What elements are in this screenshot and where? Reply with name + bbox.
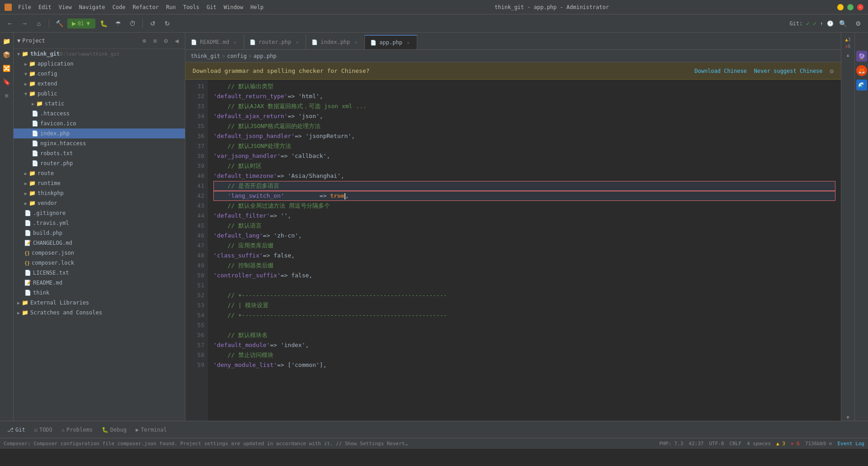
scroll-up-icon[interactable]: ▲: [845, 52, 850, 58]
structure-icon[interactable]: ≡: [2, 90, 12, 100]
tree-item-thinkphp[interactable]: ▶📁thinkphp: [14, 188, 185, 198]
errors-count[interactable]: ✕ 6: [791, 441, 800, 447]
code-line[interactable]: // 应用类库后缀: [213, 241, 835, 251]
code-line[interactable]: [213, 320, 835, 330]
tree-item-route[interactable]: ▶📁route: [14, 168, 185, 178]
tree-item-build-php[interactable]: 📄build.php: [14, 228, 185, 238]
settings-button[interactable]: ⚙: [852, 17, 864, 30]
sidebar-settings-icon[interactable]: ⚙: [161, 36, 170, 45]
event-log-link[interactable]: Event Log: [837, 441, 864, 447]
code-line[interactable]: 'default_lang' => 'zh-cn',: [213, 231, 835, 241]
build-button[interactable]: 🔨: [53, 17, 66, 30]
file-encoding[interactable]: UTF-8: [709, 441, 724, 447]
tree-item-scratches-and-consoles[interactable]: ▶📁Scratches and Consoles: [14, 308, 185, 318]
tree-item-index-php[interactable]: 📄index.php: [14, 128, 185, 138]
code-line[interactable]: // 默认时区: [213, 161, 835, 171]
code-line[interactable]: // 默认AJAX 数据返回格式，可选 json xml ...: [213, 101, 835, 111]
code-line[interactable]: // 默认模块名: [213, 330, 835, 340]
tree-item-license-txt[interactable]: 📄LICENSE.txt: [14, 268, 185, 278]
tree-item-composer-lock[interactable]: {}composer.lock: [14, 258, 185, 268]
code-line[interactable]: // 控制器类后缀: [213, 261, 835, 271]
todo-tab[interactable]: ☑ TODO: [31, 425, 56, 435]
tree-item-config[interactable]: ▼📁config: [14, 69, 185, 79]
tree-item-think[interactable]: 📄think: [14, 288, 185, 298]
code-line[interactable]: // 默认JSONP格式返回的处理方法: [213, 121, 835, 131]
tree-item-application[interactable]: ▶📁application: [14, 59, 185, 69]
tree-item-nginx-htaccess[interactable]: 📄nginx.htaccess: [14, 138, 185, 148]
project-icon[interactable]: 📁: [2, 36, 12, 46]
pull-requests-icon[interactable]: 🔀: [2, 63, 12, 73]
code-line[interactable]: 'controller_suffix' => false,: [213, 271, 835, 281]
menu-help[interactable]: Help: [248, 3, 266, 11]
collapse-all-icon[interactable]: ≡: [151, 36, 160, 45]
warnings-count[interactable]: ▲ 3: [776, 441, 785, 447]
tab-close-button[interactable]: ✕: [232, 39, 238, 45]
banner-settings-icon[interactable]: ⚙: [830, 67, 834, 75]
tree-item-public[interactable]: ▼📁public: [14, 89, 185, 99]
tab-readme-md[interactable]: 📄README.md✕: [185, 35, 244, 49]
code-line[interactable]: 'default_module' => 'index',: [213, 340, 835, 350]
indent-setting[interactable]: 4 spaces: [747, 441, 771, 447]
bookmarks-icon[interactable]: 🔖: [2, 77, 12, 87]
menu-window[interactable]: Window: [221, 3, 246, 11]
ext-icon-3[interactable]: 🌊: [856, 80, 867, 90]
menu-file[interactable]: File: [15, 3, 34, 11]
tree-item-extend[interactable]: ▶📁extend: [14, 79, 185, 89]
ext-icon-1[interactable]: 🔮: [856, 51, 867, 62]
errors-indicator[interactable]: ✕6: [844, 43, 851, 50]
code-line[interactable]: 'class_suffix' => false,: [213, 251, 835, 261]
git-clock-icon[interactable]: 🕐: [827, 20, 834, 27]
code-line[interactable]: // 默认语言: [213, 221, 835, 231]
never-suggest-chinese-link[interactable]: Never suggest Chinese: [754, 68, 823, 74]
tab-app-php[interactable]: 📄app.php✕: [365, 35, 417, 49]
code-editor[interactable]: 3132333435363738394041424344454647484950…: [185, 80, 841, 421]
run-button[interactable]: ▶ 81 ▼: [67, 19, 95, 29]
git-push-icon[interactable]: ↑: [820, 20, 823, 27]
git-tab[interactable]: ⎇ Git: [4, 425, 29, 435]
code-line[interactable]: // 默认输出类型: [213, 81, 835, 91]
maximize-button[interactable]: □: [847, 4, 854, 10]
menu-run[interactable]: Run: [163, 3, 179, 11]
menu-navigate[interactable]: Navigate: [76, 3, 108, 11]
code-line[interactable]: // +------------------------------------…: [213, 310, 835, 320]
redo-button[interactable]: ↻: [161, 17, 174, 30]
tree-item-router-php[interactable]: 📄router.php: [14, 158, 185, 168]
tree-item--htaccess[interactable]: 📄.htaccess: [14, 109, 185, 119]
code-content[interactable]: // 默认输出类型 'default_return_type' => 'html…: [208, 80, 841, 421]
menu-git[interactable]: Git: [204, 3, 219, 11]
menu-view[interactable]: View: [56, 3, 75, 11]
code-line[interactable]: [213, 281, 835, 290]
undo-button[interactable]: ↺: [146, 17, 159, 30]
tree-item-static[interactable]: ▶📁static: [14, 99, 185, 109]
terminal-tab[interactable]: ▶ Terminal: [132, 425, 170, 435]
breadcrumb-config[interactable]: config: [227, 53, 246, 59]
project-dropdown-icon[interactable]: ▼: [17, 38, 20, 44]
code-line[interactable]: // 默认JSONP处理方法: [213, 141, 835, 151]
tree-item-vendor[interactable]: ▶📁vendor: [14, 198, 185, 208]
code-line[interactable]: 'default_ajax_return' => 'json',: [213, 111, 835, 121]
problems-tab[interactable]: ⚠ Problems: [58, 425, 96, 435]
code-line[interactable]: // 禁止访问模块: [213, 350, 835, 360]
search-button[interactable]: 🔍: [836, 17, 849, 30]
menu-tools[interactable]: Tools: [180, 3, 202, 11]
code-line[interactable]: 'deny_module_list' => ['common'],: [213, 360, 835, 370]
forward-button[interactable]: →: [18, 17, 31, 30]
breadcrumb-root[interactable]: think_git: [191, 53, 220, 59]
locate-file-icon[interactable]: ⊕: [140, 36, 149, 45]
tab-router-php[interactable]: 📄router.php✕: [244, 35, 306, 49]
menu-refactor[interactable]: Refactor: [130, 3, 161, 11]
code-line[interactable]: 'lang_switch_on' => true,: [213, 191, 835, 201]
tab-close-button[interactable]: ✕: [353, 39, 359, 45]
tree-item-composer-json[interactable]: {}composer.json: [14, 248, 185, 258]
code-line[interactable]: 'default_jsonp_handler' => 'jsonpReturn'…: [213, 131, 835, 141]
ext-icon-2[interactable]: 🦊: [856, 65, 867, 76]
code-line[interactable]: 'var_jsonp_handler' => 'callback',: [213, 151, 835, 161]
tree-item-changelog-md[interactable]: 📝CHANGELOG.md: [14, 238, 185, 248]
profile-button[interactable]: ⏱: [126, 17, 139, 30]
line-ending[interactable]: CRLF: [730, 441, 742, 447]
code-line[interactable]: // 是否开启多语言: [213, 181, 835, 191]
tree-item-robots-txt[interactable]: 📄robots.txt: [14, 148, 185, 158]
git-hash[interactable]: 7136bb9 ⊘: [805, 441, 832, 447]
back-button[interactable]: ←: [4, 17, 16, 30]
minimize-button[interactable]: ─: [837, 4, 844, 10]
